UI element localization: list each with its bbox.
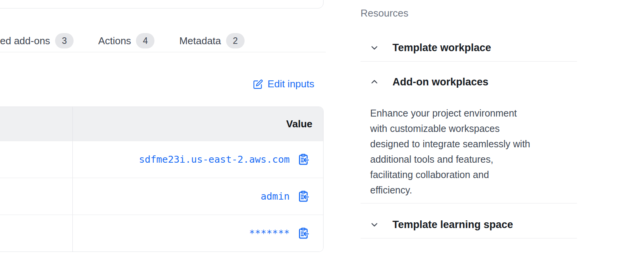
name-cell (0, 215, 73, 252)
accordion-title: Add-on workplaces (392, 75, 488, 88)
edit-inputs-label: Edit inputs (268, 78, 314, 90)
upper-card-edge (0, 0, 324, 8)
accordion-add-on-workplaces[interactable]: Add-on workplaces (361, 75, 577, 88)
name-cell (0, 178, 73, 215)
value-text: sdfme23i.us-east-2.aws.com (139, 154, 290, 165)
panel-divider (361, 61, 577, 62)
table-row: ******* (0, 215, 323, 252)
table-header-row: Value (0, 107, 323, 141)
clipboard-copy-icon[interactable] (297, 190, 309, 202)
tab-bar: ed add-ons 3 Actions 4 Metadata 2 (0, 32, 245, 49)
resources-panel: Resources Template workplace Add-on work… (361, 7, 577, 238)
name-cell (0, 141, 73, 178)
edit-inputs-button[interactable]: Edit inputs (253, 78, 314, 90)
accordion-description: Enhance your project environment with cu… (370, 105, 577, 198)
clipboard-copy-icon[interactable] (297, 227, 309, 239)
tab-installed-add-ons[interactable]: ed add-ons 3 (0, 33, 74, 48)
main-content: ed add-ons 3 Actions 4 Metadata 2 Edit i… (0, 0, 324, 280)
value-cell: admin (73, 178, 323, 215)
table-row: admin (0, 178, 323, 215)
resources-panel-title: Resources (361, 7, 577, 19)
name-column-header (0, 107, 73, 141)
tab-bar-divider (0, 52, 326, 52)
table-row: sdfme23i.us-east-2.aws.com (0, 141, 323, 178)
chevron-up-icon[interactable] (370, 78, 379, 86)
tab-actions[interactable]: Actions 4 (98, 33, 154, 48)
panel-divider (361, 203, 577, 203)
panel-divider (361, 238, 577, 238)
tab-count-badge: 2 (226, 33, 245, 48)
clipboard-copy-icon[interactable] (297, 153, 309, 165)
tab-count-badge: 4 (136, 33, 154, 48)
inputs-table: Value sdfme23i.us-east-2.aws.com (0, 107, 324, 252)
chevron-down-icon[interactable] (370, 220, 379, 229)
tab-metadata[interactable]: Metadata 2 (179, 33, 244, 48)
page: ed add-ons 3 Actions 4 Metadata 2 Edit i… (0, 0, 644, 280)
value-cell: sdfme23i.us-east-2.aws.com (73, 141, 323, 178)
value-cell: ******* (73, 215, 323, 252)
pencil-square-icon (253, 79, 263, 89)
tab-count-badge: 3 (55, 33, 74, 48)
value-text-masked: ******* (249, 228, 290, 239)
tab-label: Metadata (179, 35, 221, 47)
value-column-header: Value (73, 107, 323, 141)
tab-label: Actions (98, 35, 131, 47)
accordion-template-workplace[interactable]: Template workplace (361, 41, 577, 54)
accordion-template-learning-space[interactable]: Template learning space (361, 218, 577, 231)
value-text: admin (261, 191, 290, 202)
chevron-down-icon[interactable] (370, 43, 379, 52)
accordion-title: Template workplace (392, 41, 491, 54)
accordion-title: Template learning space (392, 218, 513, 231)
tab-label: ed add-ons (0, 35, 50, 47)
